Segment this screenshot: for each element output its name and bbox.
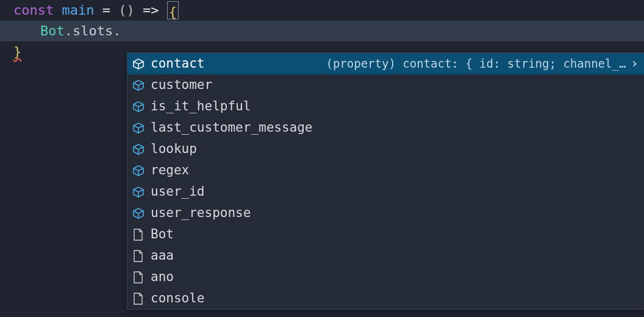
suggestion-item[interactable]: ano <box>127 266 644 288</box>
suggestion-item[interactable]: last_customer_message <box>127 117 644 138</box>
matched-brace-open: { <box>167 1 179 20</box>
file-icon <box>132 229 145 241</box>
code-line-active[interactable]: Bot.slots. <box>0 21 644 41</box>
suggestion-label: is_it_helpful <box>151 96 251 116</box>
matched-brace-close: } <box>13 41 21 62</box>
keyword-const: const <box>13 0 62 21</box>
suggestion-label: contact <box>151 54 205 74</box>
suggestion-item[interactable]: aaa <box>127 245 644 266</box>
tok-dot: . <box>65 21 73 41</box>
suggestion-item[interactable]: Bot <box>127 224 644 245</box>
file-icon <box>132 250 145 262</box>
property-icon <box>132 122 145 134</box>
file-icon <box>132 271 145 283</box>
property-icon <box>132 143 145 155</box>
identifier-slots: slots <box>73 21 113 41</box>
suggestion-label: lookup <box>151 139 197 159</box>
suggestion-item[interactable]: regex <box>127 160 644 181</box>
suggestion-label: regex <box>151 160 189 180</box>
property-icon <box>132 79 145 91</box>
suggestion-label: aaa <box>151 246 174 266</box>
suggestion-label: last_customer_message <box>151 118 313 138</box>
suggestion-detail: (property) contact: { id: string; channe… <box>216 55 626 73</box>
tok-parens: () <box>118 0 135 21</box>
property-icon <box>132 101 145 113</box>
property-icon <box>132 207 145 219</box>
tok-arrow: => <box>135 0 167 21</box>
code-editor[interactable]: const main = () => { Bot.slots. } contac… <box>0 0 644 317</box>
suggestion-item[interactable]: is_it_helpful <box>127 96 644 117</box>
property-icon <box>132 186 145 198</box>
file-icon <box>132 293 145 305</box>
suggestion-item[interactable]: customer <box>127 74 644 96</box>
suggestion-item[interactable]: user_id <box>127 181 644 202</box>
suggestion-label: ano <box>151 267 174 287</box>
property-icon <box>132 165 145 177</box>
suggestion-item[interactable]: user_response <box>127 202 644 224</box>
intellisense-popup[interactable]: contact(property) contact: { id: string;… <box>127 52 644 310</box>
identifier-main: main <box>62 0 94 21</box>
chevron-right-icon[interactable]: › <box>631 54 639 74</box>
suggestion-label: user_id <box>151 182 205 202</box>
tok-assign: = <box>94 0 118 21</box>
property-icon <box>132 58 145 70</box>
suggestion-item[interactable]: console <box>127 288 644 309</box>
suggestion-label: user_response <box>151 203 251 223</box>
suggestion-label: customer <box>151 75 212 95</box>
tok-dot: . <box>113 21 121 41</box>
code-line[interactable]: const main = () => { <box>0 0 644 21</box>
suggestion-item[interactable]: contact(property) contact: { id: string;… <box>127 53 644 74</box>
suggestion-label: Bot <box>151 224 174 244</box>
suggestion-item[interactable]: lookup <box>127 138 644 160</box>
suggestion-label: console <box>151 288 205 308</box>
identifier-bot: Bot <box>40 21 65 41</box>
